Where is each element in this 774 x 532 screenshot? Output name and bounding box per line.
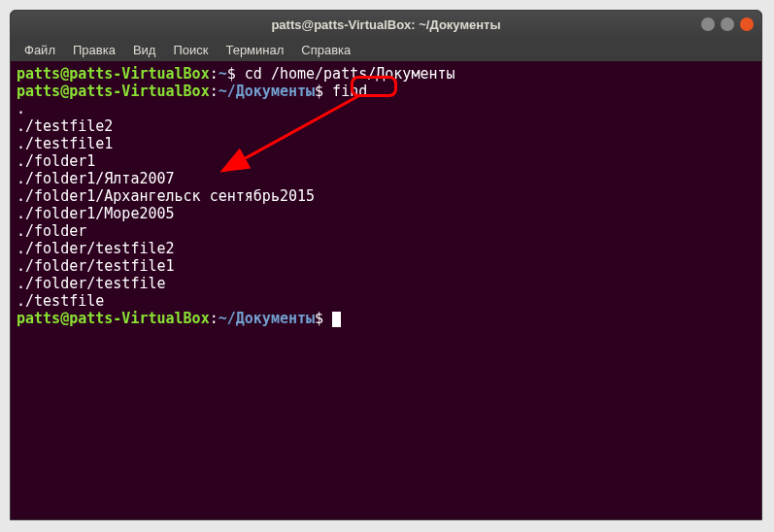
window-controls [701,17,754,31]
menu-help[interactable]: Справка [293,41,358,59]
prompt-host: patts-VirtualBox [69,65,210,83]
command-empty [323,310,332,327]
command-find: find [323,83,367,100]
output-line: ./folder/testfile1 [17,257,756,275]
prompt-line-2: patts@patts-VirtualBox:~/Документы$ find [17,83,756,100]
prompt-colon: : [210,65,219,83]
prompt-user: patts [17,83,60,100]
command-cd-suffix: Документы [376,65,454,83]
prompt-path: ~/Документы [219,83,315,100]
prompt-line-3: patts@patts-VirtualBox:~/Документы$ [17,310,756,327]
prompt-line-1: patts@patts-VirtualBox:~$ cd /home/patts… [17,65,756,83]
menubar: Файл Правка Вид Поиск Терминал Справка [11,38,761,61]
output-line: ./folder1/Архангельск сентябрь2015 [17,187,756,205]
output-line: ./folder1/Море2005 [17,205,756,222]
menu-edit[interactable]: Правка [65,41,123,59]
output-line: ./testfile2 [17,117,756,135]
menu-file[interactable]: Файл [17,41,63,59]
output-line: ./folder/testfile2 [17,240,756,257]
output-line: ./folder/testfile [17,275,756,292]
prompt-colon: : [210,83,219,100]
terminal-content[interactable]: patts@patts-VirtualBox:~$ cd /home/patts… [11,61,761,331]
titlebar: patts@patts-VirtualBox: ~/Документы [11,11,761,38]
prompt-user: patts [17,310,60,327]
window-title: patts@patts-VirtualBox: ~/Документы [18,17,754,32]
prompt-dollar: $ [315,83,323,100]
prompt-dollar: $ [227,65,236,83]
prompt-path: ~/Документы [219,310,315,327]
prompt-at: @ [60,65,69,83]
terminal-window: patts@patts-VirtualBox: ~/Документы Файл… [10,10,762,520]
prompt-dollar: $ [315,310,323,327]
output-line: ./folder1/Ялта2007 [17,170,756,187]
output-line: ./testfile1 [17,135,756,152]
output-line: ./testfile [17,292,756,310]
command-cd-prefix: cd /home/patts/ [236,65,377,83]
maximize-button[interactable] [721,17,734,31]
prompt-at: @ [60,310,69,327]
cursor [332,312,341,327]
prompt-user: patts [17,65,60,83]
close-button[interactable] [740,17,754,31]
output-line: ./folder [17,222,756,240]
prompt-host: patts-VirtualBox [69,83,210,100]
minimize-button[interactable] [701,17,715,31]
prompt-colon: : [210,310,219,327]
prompt-host: patts-VirtualBox [69,310,210,327]
prompt-at: @ [60,83,69,100]
prompt-path: ~ [219,65,227,83]
output-line: ./folder1 [17,152,756,170]
menu-view[interactable]: Вид [125,41,164,59]
output-line: . [17,100,756,117]
menu-terminal[interactable]: Терминал [218,41,291,59]
menu-search[interactable]: Поиск [165,41,216,59]
